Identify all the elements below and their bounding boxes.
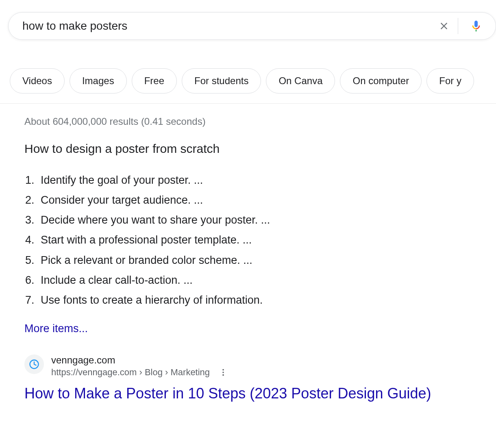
list-item: Identify the goal of your poster. ... bbox=[24, 170, 496, 190]
list-item: Use fonts to create a hierarchy of infor… bbox=[24, 290, 496, 310]
search-actions bbox=[434, 16, 486, 36]
microphone-icon bbox=[470, 20, 483, 33]
filter-chip-for-y[interactable]: For y bbox=[426, 68, 474, 94]
breadcrumb-row: https://venngage.com › Blog › Marketing bbox=[51, 366, 229, 378]
result-title-link[interactable]: How to Make a Poster in 10 Steps (2023 P… bbox=[24, 384, 431, 403]
result-header: venngage.com https://venngage.com › Blog… bbox=[24, 354, 496, 378]
divider bbox=[458, 18, 458, 34]
favicon-icon bbox=[28, 359, 40, 370]
breadcrumb: https://venngage.com › Blog › Marketing bbox=[51, 367, 210, 378]
svg-point-3 bbox=[222, 374, 224, 376]
featured-snippet-list: Identify the goal of your poster. ... Co… bbox=[24, 170, 496, 310]
filter-chip-on-canva[interactable]: On Canva bbox=[266, 68, 335, 94]
result-meta: venngage.com https://venngage.com › Blog… bbox=[51, 354, 229, 378]
close-icon bbox=[438, 20, 450, 32]
more-vert-icon bbox=[219, 368, 228, 377]
filter-chip-images[interactable]: Images bbox=[70, 68, 127, 94]
filter-chip-free[interactable]: Free bbox=[132, 68, 177, 94]
filter-chip-on-computer[interactable]: On computer bbox=[340, 68, 422, 94]
list-item: Include a clear call-to-action. ... bbox=[24, 270, 496, 290]
clear-search-button[interactable] bbox=[434, 16, 458, 36]
more-items-link[interactable]: More items... bbox=[24, 322, 88, 335]
list-item: Decide where you want to share your post… bbox=[24, 210, 496, 230]
site-name: venngage.com bbox=[51, 354, 229, 366]
list-item: Pick a relevant or branded color scheme.… bbox=[24, 250, 496, 270]
search-input[interactable] bbox=[22, 20, 434, 33]
list-item: Consider your target audience. ... bbox=[24, 190, 496, 210]
results-content: About 604,000,000 results (0.41 seconds)… bbox=[0, 104, 496, 403]
filter-chip-videos[interactable]: Videos bbox=[10, 68, 65, 94]
result-options-button[interactable] bbox=[217, 366, 229, 378]
result-stats: About 604,000,000 results (0.41 seconds) bbox=[24, 116, 496, 127]
filter-chips: Videos Images Free For students On Canva… bbox=[0, 40, 496, 104]
site-favicon bbox=[24, 354, 44, 374]
svg-point-2 bbox=[222, 372, 224, 373]
filter-chip-for-students[interactable]: For students bbox=[182, 68, 261, 94]
featured-snippet-heading: How to design a poster from scratch bbox=[24, 142, 496, 156]
search-result: venngage.com https://venngage.com › Blog… bbox=[24, 354, 496, 403]
voice-search-button[interactable] bbox=[466, 16, 486, 36]
featured-snippet: How to design a poster from scratch Iden… bbox=[24, 142, 496, 354]
list-item: Start with a professional poster templat… bbox=[24, 230, 496, 250]
search-bar bbox=[8, 12, 496, 40]
svg-point-1 bbox=[222, 369, 224, 371]
